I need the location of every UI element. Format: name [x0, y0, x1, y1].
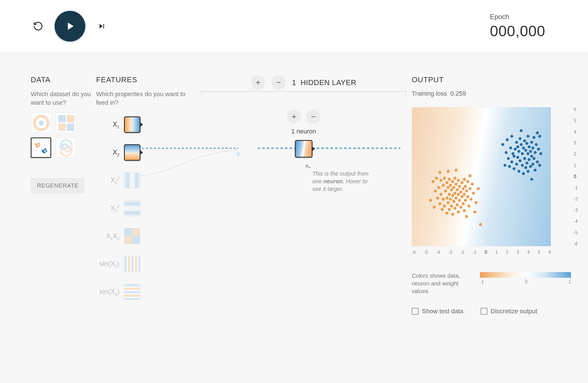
colorbar-tick: 1 — [568, 279, 571, 285]
colorbar: -101 — [480, 272, 571, 285]
data-point — [448, 178, 451, 181]
dataset-xor[interactable] — [56, 112, 76, 133]
dataset-spiral[interactable] — [56, 137, 76, 158]
hidden-layer-count: 1 HIDDEN LAYER — [292, 78, 357, 87]
data-point — [477, 187, 480, 190]
show-test-data-checkbox[interactable]: Show test data — [412, 308, 463, 315]
discretize-output-checkbox[interactable]: Discretize output — [481, 308, 537, 315]
data-point — [455, 183, 457, 186]
y-tick: 1 — [574, 163, 578, 168]
skip-next-icon — [97, 22, 106, 31]
minus-icon: − — [276, 78, 281, 87]
data-point — [444, 190, 447, 192]
data-point — [527, 135, 529, 138]
data-point — [452, 186, 455, 189]
plus-icon: + — [292, 112, 296, 121]
data-point — [533, 157, 535, 160]
epoch-label: Epoch — [490, 13, 545, 21]
data-point — [446, 212, 448, 215]
svg-point-9 — [39, 145, 40, 146]
y-tick: -6 — [574, 241, 578, 246]
feature-node-x1[interactable] — [124, 116, 140, 133]
y-tick: -3 — [574, 208, 578, 213]
step-button[interactable] — [95, 19, 109, 33]
y-tick: 0 — [574, 174, 578, 179]
data-point — [537, 148, 540, 151]
feature-node-sinx2[interactable] — [124, 284, 140, 300]
data-column: DATA Which dataset do you want to use? — [31, 75, 96, 315]
reset-button[interactable] — [31, 19, 45, 33]
remove-neuron-button[interactable]: − — [306, 110, 320, 124]
output-plot-wrap: 6543210-1-2-3-4-5-6 -6-5-4-3-2-10123456 — [412, 107, 565, 246]
add-layer-button[interactable]: + — [251, 75, 265, 90]
data-point — [534, 169, 537, 172]
data-point — [442, 198, 445, 201]
output-title: OUTPUT — [412, 75, 571, 84]
data-point — [527, 170, 529, 173]
feature-node-sinx1[interactable] — [124, 256, 140, 272]
data-point — [446, 181, 448, 184]
data-point — [528, 145, 531, 148]
data-point — [429, 199, 432, 202]
svg-rect-2 — [58, 115, 66, 122]
data-point — [507, 157, 510, 160]
svg-point-13 — [45, 148, 46, 150]
feature-node-x2[interactable] — [124, 144, 140, 161]
data-point — [535, 143, 538, 146]
y-axis-ticks: 6543210-1-2-3-4-5-6 — [574, 107, 578, 246]
data-subtitle: Which dataset do you want to use? — [31, 90, 96, 107]
data-point — [462, 187, 465, 190]
play-icon — [64, 20, 76, 32]
neuron-stage: ↖ This is the output from one neuron. Ho… — [196, 139, 412, 309]
data-point — [467, 205, 470, 207]
data-point — [461, 195, 463, 198]
colorbar-tick: -1 — [480, 279, 484, 285]
x-tick: -1 — [473, 250, 477, 255]
data-point — [448, 193, 451, 196]
add-neuron-button[interactable]: + — [287, 110, 301, 124]
feature-label-x1sq: X12 — [96, 176, 119, 185]
svg-point-17 — [42, 150, 43, 152]
y-tick: 4 — [574, 129, 578, 135]
data-point — [539, 152, 542, 155]
dataset-gauss-icon — [32, 138, 50, 157]
dataset-gauss[interactable] — [31, 137, 51, 158]
feature-row-x2sq: X22 — [96, 200, 196, 217]
reset-icon — [33, 21, 43, 31]
svg-rect-4 — [58, 123, 66, 131]
data-point — [536, 160, 539, 163]
play-button[interactable] — [55, 11, 85, 42]
remove-layer-button[interactable]: − — [272, 75, 286, 90]
hidden-neuron-node[interactable] — [295, 140, 312, 158]
feature-node-x1x2[interactable] — [124, 228, 140, 244]
feature-node-x1sq[interactable] — [124, 172, 140, 189]
data-point — [454, 207, 456, 210]
data-point — [455, 169, 457, 172]
feature-row-sinx1: sin(X1) — [96, 256, 196, 272]
data-point — [504, 164, 506, 167]
feature-row-x1sq: X12 — [96, 172, 196, 189]
data-point — [471, 183, 474, 186]
data-point — [452, 200, 455, 203]
feature-node-x2sq[interactable] — [124, 200, 140, 217]
data-point — [530, 141, 533, 144]
x-tick: 2 — [506, 250, 508, 255]
x-tick: 4 — [527, 250, 530, 255]
data-point — [538, 164, 541, 167]
data-point — [447, 170, 450, 173]
colorbar-caption: Colors shows data, neuron and weight val… — [412, 272, 471, 295]
data-point — [519, 137, 521, 140]
regenerate-button[interactable]: REGENERATE — [31, 178, 85, 193]
data-point — [521, 152, 524, 155]
data-point — [510, 160, 513, 163]
minus-icon: − — [311, 112, 316, 121]
output-scatter-plot[interactable] — [412, 107, 551, 246]
data-point — [525, 142, 528, 145]
data-point — [515, 141, 518, 144]
feature-row-x2: X2 — [96, 144, 196, 161]
layer-bracket — [201, 91, 406, 95]
data-point — [455, 197, 457, 199]
data-point — [438, 202, 441, 205]
dataset-circle[interactable] — [31, 112, 51, 133]
x-tick: -5 — [424, 250, 428, 255]
